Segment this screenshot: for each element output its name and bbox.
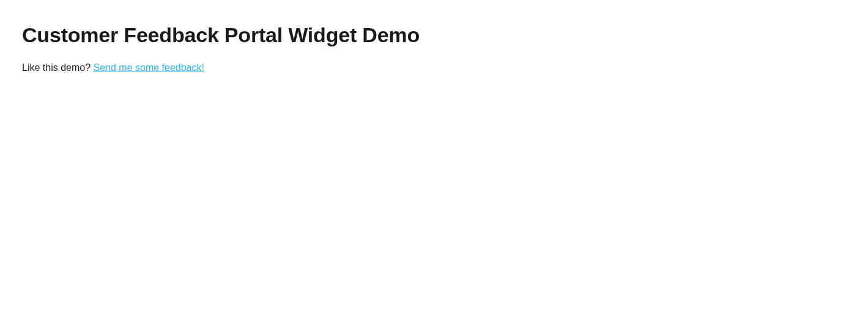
prompt-paragraph: Like this demo? Send me some feedback! (22, 61, 846, 75)
prompt-text: Like this demo? (22, 62, 94, 73)
page-title: Customer Feedback Portal Widget Demo (22, 23, 846, 47)
feedback-link[interactable]: Send me some feedback! (94, 62, 204, 73)
